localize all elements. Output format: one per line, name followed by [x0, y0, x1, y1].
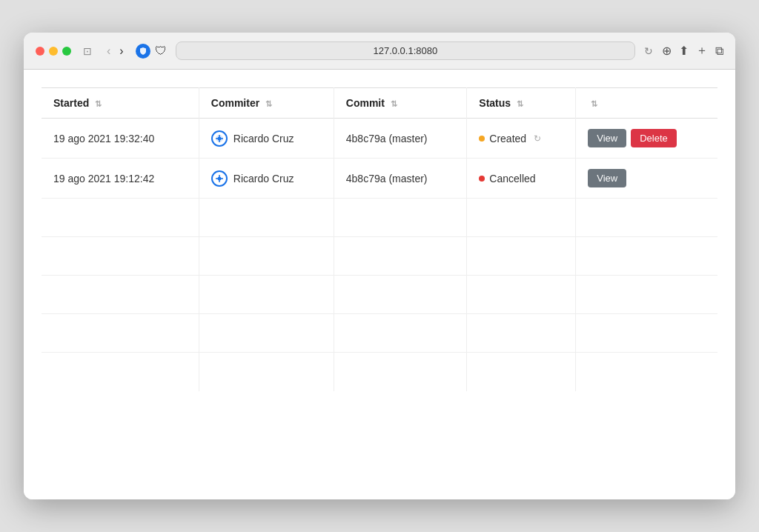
browser-icons: 🛡	[136, 44, 167, 59]
sort-status-icon[interactable]: ⇅	[517, 99, 523, 108]
commit-value: 4b8c79a (master)	[346, 133, 428, 144]
col-commiter-label: Commiter	[211, 97, 259, 109]
col-commiter[interactable]: Commiter ⇅	[199, 88, 334, 119]
empty-cell	[467, 199, 576, 237]
refresh-button[interactable]: ↻	[644, 45, 653, 57]
browser-window: ⊡ ‹ › 🛡 127.0.0.1:8080 ↻ ⊕ ⬆ ＋ ⧉	[24, 33, 735, 499]
empty-row	[42, 353, 717, 391]
commiter-avatar-icon	[211, 170, 228, 187]
started-value: 19 ago 2021 19:32:40	[53, 133, 154, 144]
commit-cell: 4b8c79a (master)	[334, 119, 467, 159]
nav-back-button[interactable]: ‹	[104, 43, 113, 59]
commiter-cell: Ricardo Cruz	[199, 119, 334, 159]
download-icon[interactable]: ⊕	[662, 44, 672, 58]
empty-cell	[334, 314, 467, 353]
empty-cell	[42, 199, 199, 237]
maximize-button[interactable]	[62, 47, 71, 56]
nav-buttons: ‹ ›	[104, 43, 127, 59]
status-dot-orange	[479, 136, 485, 142]
bitwarden-icon	[136, 44, 150, 59]
commiter-cell: Ricardo Cruz	[199, 159, 334, 199]
started-cell: 19 ago 2021 19:32:40	[42, 119, 199, 159]
empty-cell	[42, 314, 199, 353]
commiter-name: Ricardo Cruz	[233, 173, 294, 184]
empty-cell	[199, 353, 334, 391]
col-actions: ⇅	[576, 88, 717, 119]
empty-cell	[576, 314, 717, 353]
titlebar: ⊡ ‹ › 🛡 127.0.0.1:8080 ↻ ⊕ ⬆ ＋ ⧉	[24, 33, 735, 70]
status-dot-red	[479, 176, 485, 182]
started-cell: 19 ago 2021 19:12:42	[42, 159, 199, 199]
table-row: 19 ago 2021 19:32:40 Ricardo Cruz	[42, 119, 717, 159]
col-status-label: Status	[479, 97, 511, 109]
svg-point-2	[217, 136, 221, 140]
empty-row	[42, 276, 717, 314]
status-refresh-icon[interactable]: ↻	[534, 133, 541, 144]
col-status[interactable]: Status ⇅	[467, 88, 576, 119]
empty-cell	[334, 276, 467, 314]
actions-cell: View Delete	[576, 119, 717, 159]
col-started-label: Started	[53, 97, 89, 109]
delete-button-row1[interactable]: Delete	[631, 129, 677, 147]
status-cell: Created ↻	[467, 119, 576, 159]
empty-cell	[42, 237, 199, 276]
content-area: Started ⇅ Commiter ⇅ Commit ⇅ Status ⇅	[24, 70, 735, 499]
status-value: Cancelled	[489, 173, 535, 184]
sort-commiter-icon[interactable]: ⇅	[265, 99, 272, 108]
empty-row	[42, 237, 717, 276]
empty-cell	[576, 276, 717, 314]
traffic-lights	[36, 47, 71, 56]
empty-cell	[199, 276, 334, 314]
empty-cell	[576, 237, 717, 276]
status-value: Created	[489, 133, 526, 144]
nav-forward-button[interactable]: ›	[116, 43, 126, 59]
empty-cell	[199, 199, 334, 237]
commit-value: 4b8c79a (master)	[346, 173, 428, 184]
empty-cell	[42, 276, 199, 314]
deployments-table: Started ⇅ Commiter ⇅ Commit ⇅ Status ⇅	[42, 87, 717, 391]
commiter-name: Ricardo Cruz	[233, 133, 294, 144]
toolbar-right: ⊕ ⬆ ＋ ⧉	[662, 43, 723, 59]
address-bar[interactable]: 127.0.0.1:8080	[176, 41, 635, 60]
sort-commit-icon[interactable]: ⇅	[391, 99, 397, 108]
view-button-row1[interactable]: View	[588, 129, 626, 147]
empty-cell	[467, 276, 576, 314]
empty-cell	[334, 353, 467, 391]
sort-started-icon[interactable]: ⇅	[95, 99, 102, 108]
col-commit-label: Commit	[346, 97, 385, 109]
empty-cell	[199, 314, 334, 353]
empty-cell	[334, 237, 467, 276]
empty-cell	[467, 314, 576, 353]
shield-icon: 🛡	[155, 44, 167, 58]
new-tab-icon[interactable]: ＋	[696, 43, 708, 59]
status-cell: Cancelled	[467, 159, 576, 199]
table-row: 19 ago 2021 19:12:42 Ricardo Cruz	[42, 159, 717, 199]
actions-cell: View	[576, 159, 717, 199]
col-started[interactable]: Started ⇅	[42, 88, 199, 119]
tabs-icon[interactable]: ⧉	[715, 44, 723, 58]
close-button[interactable]	[36, 47, 44, 56]
empty-cell	[467, 237, 576, 276]
empty-cell	[576, 199, 717, 237]
commit-cell: 4b8c79a (master)	[334, 159, 467, 199]
empty-row	[42, 314, 717, 353]
view-button-row2[interactable]: View	[588, 169, 626, 187]
empty-cell	[334, 199, 467, 237]
empty-cell	[42, 353, 199, 391]
share-icon[interactable]: ⬆	[679, 44, 689, 58]
commiter-avatar-icon	[211, 130, 228, 147]
col-commit[interactable]: Commit ⇅	[334, 88, 467, 119]
sort-actions-icon[interactable]: ⇅	[591, 99, 597, 108]
sidebar-toggle-icon[interactable]: ⊡	[80, 44, 95, 59]
empty-cell	[467, 353, 576, 391]
empty-row	[42, 199, 717, 237]
started-value: 19 ago 2021 19:12:42	[53, 173, 154, 184]
table-header-row: Started ⇅ Commiter ⇅ Commit ⇅ Status ⇅	[42, 88, 717, 119]
minimize-button[interactable]	[49, 47, 58, 56]
empty-cell	[199, 237, 334, 276]
empty-cell	[576, 353, 717, 391]
